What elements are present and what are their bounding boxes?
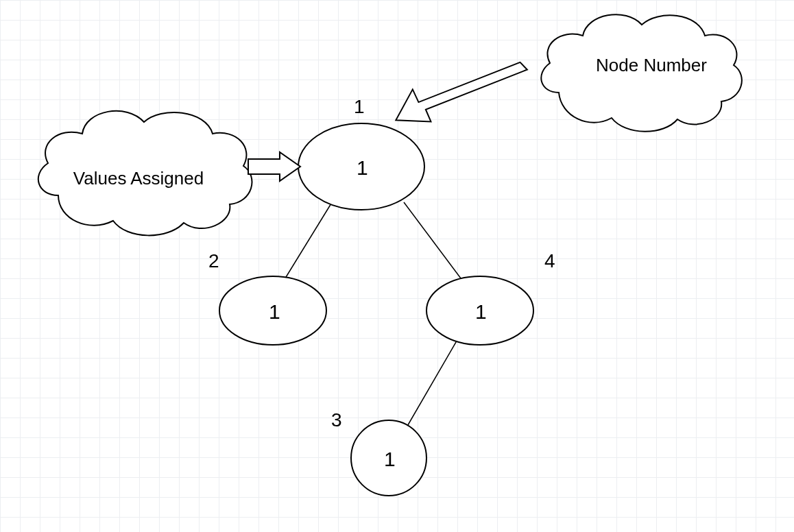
node-4-value: 1 xyxy=(475,300,487,324)
arrow-values-to-node xyxy=(248,152,300,181)
node-1-number: 1 xyxy=(354,96,365,118)
edge-1-4 xyxy=(404,202,465,284)
cloud-node-number-label: Node Number xyxy=(576,55,727,76)
node-1-value: 1 xyxy=(357,156,368,180)
cloud-values-assigned-label: Values Assigned xyxy=(43,168,234,189)
edge-1-2 xyxy=(282,200,333,284)
node-2-value: 1 xyxy=(269,300,280,324)
node-4-number: 4 xyxy=(544,250,555,272)
node-3-number: 3 xyxy=(331,409,342,431)
arrow-number-to-label xyxy=(394,62,529,123)
edge-4-3 xyxy=(406,334,461,428)
node-2-number: 2 xyxy=(208,250,219,272)
diagram-canvas: Values Assigned Node Number 1 1 2 1 4 1 … xyxy=(0,0,794,532)
node-3-value: 1 xyxy=(384,448,396,471)
